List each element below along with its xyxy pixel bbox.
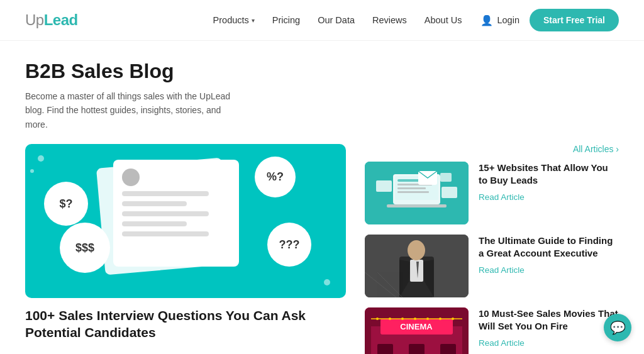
sidebar-articles: All Articles › xyxy=(365,144,619,354)
user-icon: 👤 xyxy=(480,14,493,26)
article-info-1: 15+ Websites That Allow You to Buy Leads… xyxy=(479,162,619,202)
article-thumbnail-3: CINEMA xyxy=(365,307,469,354)
nav-item-our-data[interactable]: Our Data xyxy=(318,15,355,25)
doc-avatar xyxy=(122,169,140,186)
article-card: The Ultimate Guide to Finding a Great Ac… xyxy=(365,235,619,297)
svg-rect-25 xyxy=(377,344,393,354)
chevron-down-icon: ▾ xyxy=(252,17,255,24)
nav-item-pricing[interactable]: Pricing xyxy=(272,15,300,25)
svg-point-32 xyxy=(414,318,416,320)
doc-line xyxy=(122,211,209,216)
thumbnail-svg-3: CINEMA xyxy=(365,307,469,354)
svg-rect-5 xyxy=(397,187,426,189)
blog-subtitle: Become a master of all things sales with… xyxy=(25,89,245,131)
chat-bubble-button[interactable]: 💬 xyxy=(604,314,631,341)
speech-bubble-dollars: $$$ xyxy=(60,223,110,273)
decorative-doc-front xyxy=(113,160,239,267)
doc-line xyxy=(122,221,187,226)
thumbnail-svg-1 xyxy=(365,162,469,224)
svg-point-33 xyxy=(426,318,429,320)
svg-rect-27 xyxy=(440,344,456,354)
svg-rect-6 xyxy=(397,191,429,193)
login-button[interactable]: 👤 Login xyxy=(480,14,519,26)
article-card-title-1: 15+ Websites That Allow You to Buy Leads xyxy=(479,162,619,187)
doc-line xyxy=(122,231,209,236)
featured-image: $? %? $$$ ??? xyxy=(25,144,346,298)
svg-point-18 xyxy=(408,240,425,260)
speech-bubble-question: ??? xyxy=(267,223,311,267)
header-actions: 👤 Login Start Free Trial xyxy=(480,9,619,31)
svg-point-29 xyxy=(376,318,379,320)
featured-article-title: 100+ Sales Interview Questions You Can A… xyxy=(25,307,346,341)
svg-point-35 xyxy=(452,318,454,320)
svg-point-34 xyxy=(439,318,441,320)
svg-rect-9 xyxy=(376,180,392,192)
svg-point-31 xyxy=(401,318,404,320)
content-area: $? %? $$$ ??? 100+ Sales Interview Quest… xyxy=(25,144,619,354)
blog-title: B2B Sales Blog xyxy=(25,60,619,83)
svg-rect-7 xyxy=(387,204,447,207)
doc-line xyxy=(122,201,187,206)
logo-part2: Lead xyxy=(44,11,78,28)
decorative-dot xyxy=(324,279,330,285)
nav-item-products[interactable]: Products ▾ xyxy=(213,15,255,25)
logo-part1: Up xyxy=(25,11,44,28)
all-articles-link[interactable]: All Articles › xyxy=(573,144,619,154)
svg-rect-26 xyxy=(409,344,425,354)
read-article-link-2[interactable]: Read Article xyxy=(479,265,525,275)
article-card-title-3: 10 Must-See Sales Movies That Will Set Y… xyxy=(479,307,619,333)
decorative-dot xyxy=(30,169,34,173)
header: UpLead Products ▾ Pricing Our Data Revie… xyxy=(0,0,644,41)
doc-line xyxy=(122,191,209,196)
article-thumbnail-1 xyxy=(365,162,469,224)
article-card: 15+ Websites That Allow You to Buy Leads… xyxy=(365,162,619,224)
speech-bubble-percent: %? xyxy=(255,157,296,197)
decorative-dot xyxy=(38,155,44,162)
all-articles-link-container: All Articles › xyxy=(365,144,619,154)
article-thumbnail-2 xyxy=(365,235,469,297)
main-content: B2B Sales Blog Become a master of all th… xyxy=(0,41,644,354)
article-info-2: The Ultimate Guide to Finding a Great Ac… xyxy=(479,235,619,275)
logo[interactable]: UpLead xyxy=(25,11,78,29)
article-card-title-2: The Ultimate Guide to Finding a Great Ac… xyxy=(479,235,619,260)
svg-rect-11 xyxy=(440,173,452,182)
read-article-link-1[interactable]: Read Article xyxy=(479,192,525,202)
chat-icon: 💬 xyxy=(610,320,626,335)
read-article-link-3[interactable]: Read Article xyxy=(479,338,525,348)
thumbnail-svg-2 xyxy=(365,235,469,297)
speech-bubble-dollar-q: $? xyxy=(44,182,88,226)
article-card: CINEMA xyxy=(365,307,619,354)
start-trial-button[interactable]: Start Free Trial xyxy=(530,9,619,31)
svg-point-30 xyxy=(389,318,391,320)
svg-rect-10 xyxy=(441,187,457,198)
article-info-3: 10 Must-See Sales Movies That Will Set Y… xyxy=(479,307,619,348)
svg-text:CINEMA: CINEMA xyxy=(400,322,433,331)
nav-item-about-us[interactable]: About Us xyxy=(425,15,462,25)
featured-article[interactable]: $? %? $$$ ??? 100+ Sales Interview Quest… xyxy=(25,144,346,341)
nav-item-reviews[interactable]: Reviews xyxy=(372,15,407,25)
main-nav: Products ▾ Pricing Our Data Reviews Abou… xyxy=(213,15,462,25)
